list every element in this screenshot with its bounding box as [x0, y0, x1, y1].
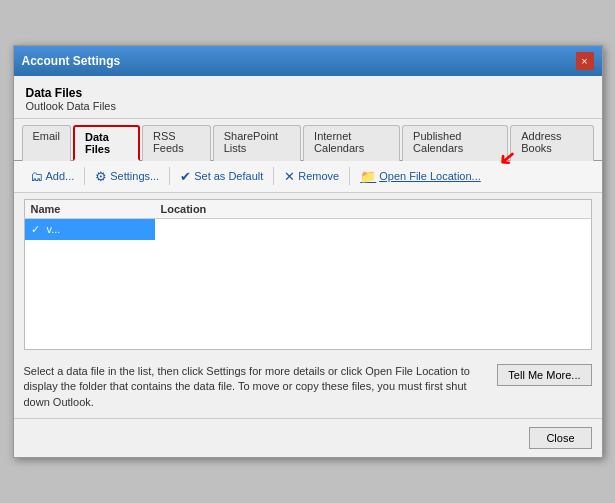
settings-button[interactable]: ⚙ Settings...	[89, 167, 165, 186]
table-row[interactable]: ✓ v...	[25, 219, 155, 240]
dialog-footer: Close	[14, 418, 602, 457]
tab-internet-calendars[interactable]: Internet Calendars	[303, 125, 400, 161]
col-header-name: Name	[24, 199, 155, 218]
account-settings-dialog: Account Settings × Data Files Outlook Da…	[13, 45, 603, 458]
tab-rss-feeds[interactable]: RSS Feeds	[142, 125, 211, 161]
checkmark-icon: ✔	[180, 169, 191, 184]
tab-bar: Email Data Files RSS Feeds SharePoint Li…	[14, 119, 602, 161]
row-check: ✓	[31, 223, 40, 235]
col-header-location: Location	[155, 199, 592, 218]
toolbar-separator-2	[169, 167, 170, 185]
remove-icon: ✕	[284, 169, 295, 184]
remove-button[interactable]: ✕ Remove	[278, 167, 345, 186]
tab-published-calendars[interactable]: Published Calendars	[402, 125, 508, 161]
file-table-container: Name Location ✓ v...	[24, 199, 592, 350]
status-area: Select a data file in the list, then cli…	[14, 356, 602, 418]
row-name: v...	[47, 223, 61, 235]
add-button[interactable]: 🗂 Add...	[24, 167, 81, 186]
tab-data-files[interactable]: Data Files	[73, 125, 140, 161]
add-icon: 🗂	[30, 169, 43, 184]
close-button[interactable]: Close	[529, 427, 591, 449]
toolbar-separator-4	[349, 167, 350, 185]
tab-email[interactable]: Email	[22, 125, 72, 161]
status-text: Select a data file in the list, then cli…	[24, 364, 488, 410]
section-title: Data Files	[26, 86, 590, 100]
data-files-table: Name Location ✓ v...	[24, 199, 592, 350]
tab-address-books[interactable]: Address Books	[510, 125, 593, 161]
dialog-header: Data Files Outlook Data Files	[14, 76, 602, 119]
dialog-title: Account Settings	[22, 54, 121, 68]
title-bar: Account Settings ×	[14, 46, 602, 76]
toolbar-separator-1	[84, 167, 85, 185]
close-window-button[interactable]: ×	[576, 52, 594, 70]
settings-icon: ⚙	[95, 169, 107, 184]
folder-icon: 📁	[360, 169, 376, 184]
section-subtitle: Outlook Data Files	[26, 100, 590, 112]
data-files-toolbar: 🗂 Add... ⚙ Settings... ✔ Set as Default …	[14, 161, 602, 193]
set-default-button[interactable]: ✔ Set as Default	[174, 167, 269, 186]
tell-me-more-button[interactable]: Tell Me More...	[497, 364, 591, 386]
toolbar-separator-3	[273, 167, 274, 185]
open-file-location-button[interactable]: 📁 Open File Location... ➜	[354, 167, 487, 186]
data-files-content: Name Location ✓ v...	[14, 193, 602, 356]
tab-sharepoint-lists[interactable]: SharePoint Lists	[213, 125, 301, 161]
